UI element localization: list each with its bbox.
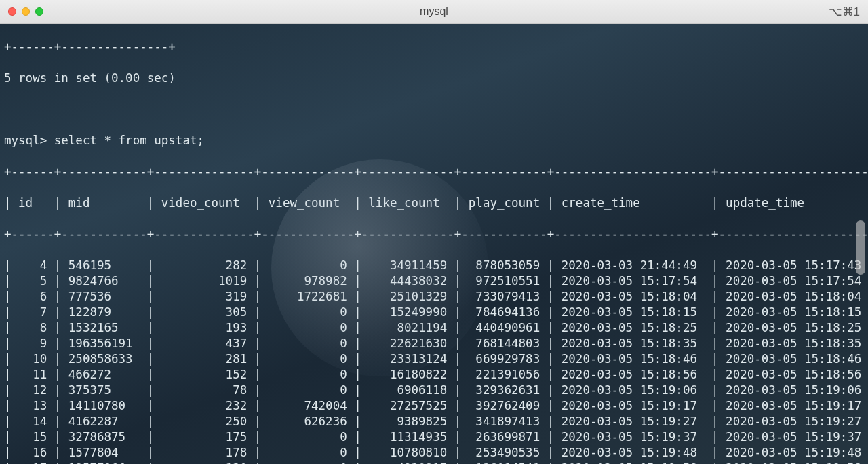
shortcut-indicator: ⌥⌘1: [829, 5, 860, 19]
traffic-lights: [8, 7, 43, 16]
result-summary: 5 rows in set (0.00 sec): [4, 71, 864, 86]
table-header: | id | mid | video_count | view_count | …: [4, 195, 864, 211]
table-row: | 4 | 546195 | 282 | 0 | 34911459 | 8780…: [4, 258, 864, 273]
close-icon[interactable]: [8, 7, 16, 16]
table-row: | 7 | 122879 | 305 | 0 | 15249990 | 7846…: [4, 305, 864, 320]
table-row: | 14 | 4162287 | 250 | 626236 | 9389825 …: [4, 414, 864, 429]
table-row: | 11 | 466272 | 152 | 0 | 16180822 | 221…: [4, 367, 864, 383]
command: select * from upstat;: [47, 134, 204, 147]
table-row: | 9 | 196356191 | 437 | 0 | 22621630 | 7…: [4, 336, 864, 351]
table-row: | 13 | 14110780 | 232 | 742004 | 2725752…: [4, 398, 864, 414]
table-row: | 15 | 32786875 | 175 | 0 | 11314935 | 2…: [4, 429, 864, 445]
prompt-line: mysql> select * from upstat;: [4, 133, 864, 149]
window-title: mysql: [420, 5, 448, 18]
table-row: | 16 | 1577804 | 178 | 0 | 10780810 | 25…: [4, 445, 864, 461]
blank-line: [4, 102, 864, 117]
terminal-output[interactable]: +------+---------------+ 5 rows in set (…: [0, 24, 868, 464]
maximize-icon[interactable]: [35, 7, 43, 16]
titlebar: mysql ⌥⌘1: [0, 0, 868, 24]
table-body: | 4 | 546195 | 282 | 0 | 34911459 | 8780…: [4, 258, 864, 464]
table-border-top: +------+------------+--------------+----…: [4, 164, 864, 180]
table-row: | 6 | 777536 | 319 | 1722681 | 25101329 …: [4, 289, 864, 305]
table-row: | 12 | 375375 | 78 | 0 | 6906118 | 32936…: [4, 383, 864, 398]
minimize-icon[interactable]: [22, 7, 30, 16]
prev-border: +------+---------------+: [4, 39, 864, 55]
table-row: | 8 | 1532165 | 193 | 0 | 8021194 | 4404…: [4, 320, 864, 336]
table-border-mid: +------+------------+--------------+----…: [4, 227, 864, 242]
table-row: | 5 | 9824766 | 1019 | 978982 | 44438032…: [4, 273, 864, 289]
table-row: | 10 | 250858633 | 281 | 0 | 23313124 | …: [4, 351, 864, 367]
scrollbar-thumb[interactable]: [856, 220, 865, 275]
prompt: mysql>: [4, 134, 47, 147]
table-row: | 17 | 19577966 | 120 | 0 | 4930917 | 13…: [4, 461, 864, 464]
